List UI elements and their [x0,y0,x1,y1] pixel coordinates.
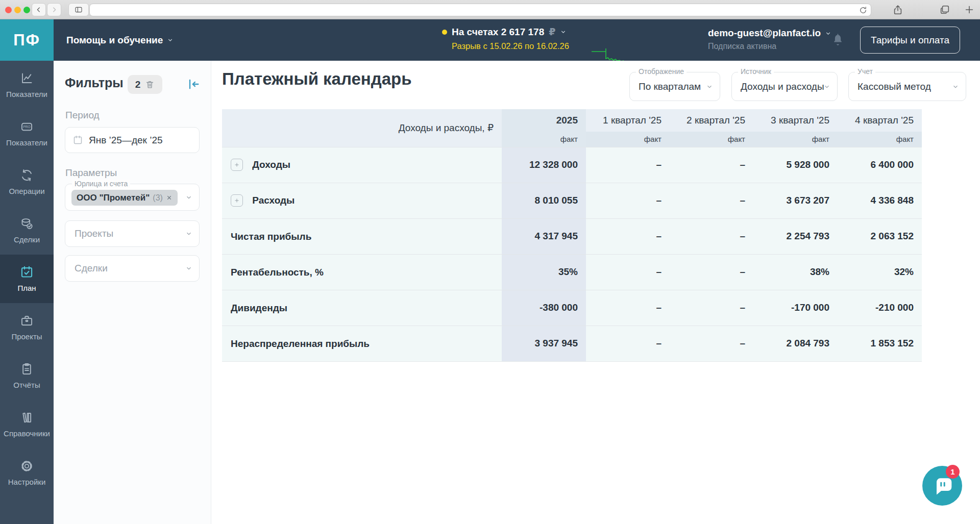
sidebar-icon [75,6,83,14]
row-label: Дивиденды [231,302,287,313]
accounting-method-label: Учет [855,67,875,76]
cell-q3-fact: 2 254 793 [753,218,838,254]
column-header-q1: 1 квартал '25 [586,109,670,132]
display-mode-select[interactable]: Отображение По кварталам [629,72,720,101]
cash-gap-warning: Разрыв с 15.02.26 по 16.02.26 [452,41,569,51]
legal-entities-select[interactable]: Юрлица и счета ООО "Прометей" (3) [65,184,200,211]
cell-year-fact: 8 010 055 [502,183,586,218]
column-header-year: 2025 [502,109,586,132]
deals-select[interactable]: Сделки [65,255,200,282]
source-select[interactable]: Источник Доходы и расходы [731,72,838,101]
planfact-app: ПФ Помощь и обучение На счетах 2 617 178… [0,0,980,524]
legal-entity-chip[interactable]: ООО "Прометей" (3) [71,190,178,206]
tariffs-button[interactable]: Тарифы и оплата [860,27,960,54]
sidebar-item-operations[interactable]: Операции [0,158,54,206]
expand-row-button[interactable] [231,159,243,171]
cell-year-fact: 35% [502,254,586,290]
sidebar-item-directories[interactable]: Справочники [0,400,54,448]
row-label: Рентабельность, % [231,266,324,277]
display-mode-value: По кварталам [639,81,701,92]
app-header: ПФ Помощь и обучение На счетах 2 617 178… [0,19,980,61]
cell-q1-fact: – [586,290,670,326]
reload-icon [859,6,868,15]
clipboard-icon [20,362,34,376]
cell-q3-fact: -170 000 [753,290,838,326]
tab-overview-button[interactable] [939,4,950,15]
cell-q2-fact: – [670,326,753,361]
cell-q1-fact: – [586,218,670,254]
cell-q4-fact: -210 000 [838,290,922,326]
table-row: Расходы 8 010 055 – – 3 673 207 4 336 84… [222,183,922,218]
notifications-button[interactable] [831,33,845,47]
sidebar-toggle-button[interactable] [68,3,89,16]
reload-button[interactable] [859,6,868,15]
remove-chip-icon[interactable] [166,194,173,201]
accounting-method-select[interactable]: Учет Кассовый метод [848,72,966,101]
new-tab-button[interactable] [964,4,975,15]
forward-button[interactable] [47,3,61,16]
user-account-menu[interactable]: demo-guest@planfact.io Подписка активна [708,28,831,51]
table-row: Дивиденды -380 000 – – -170 000 -210 000 [222,290,922,326]
projects-placeholder: Проекты [75,228,113,239]
collapse-panel-button[interactable] [186,77,201,91]
legal-entity-chip-text: ООО "Прометей" [77,193,150,203]
sidebar-item-plan[interactable]: План [0,255,54,303]
calendar-check-icon [20,265,34,279]
cell-q3-fact: 5 928 000 [753,147,838,183]
share-button[interactable] [892,4,903,15]
ruble-sign: ₽ [549,26,555,38]
chevron-down-icon [185,230,192,237]
plus-icon [234,162,240,168]
cell-q3-fact: 38% [753,254,838,290]
planfact-logo[interactable]: ПФ [0,19,54,61]
column-header-q3: 3 квартал '25 [753,109,838,132]
cell-q2-fact: – [670,147,753,183]
main-content: Платежный календарь Отображение По кварт… [211,61,980,524]
sidebar-item-projects[interactable]: Проекты [0,303,54,352]
cell-year-fact: 3 937 945 [502,326,586,361]
cell-year-fact: -380 000 [502,290,586,326]
sidebar-item-settings[interactable]: Настройки [0,448,54,497]
display-mode-label: Отображение [636,67,687,76]
cell-q1-fact: – [586,254,670,290]
clear-filters-button[interactable]: 2 [128,75,162,94]
collapse-left-icon [186,77,201,91]
trash-icon[interactable] [145,80,155,89]
cell-year-fact: 12 328 000 [502,147,586,183]
traffic-light-zoom-icon[interactable] [23,7,30,13]
expand-row-button[interactable] [231,194,243,207]
subheader-fact: факт [502,132,586,147]
cell-q2-fact: – [670,290,753,326]
calendar-icon [72,135,83,145]
database-check-icon [20,217,34,231]
accounts-balance[interactable]: На счетах 2 617 178 ₽ Разрыв с 15.02.26 … [442,26,569,51]
period-label: Период [65,110,100,121]
bell-icon [831,33,845,46]
cell-q3-fact: 2 084 793 [753,326,838,361]
cell-q1-fact: – [586,147,670,183]
legal-entity-chip-count: (3) [153,193,163,203]
sidebar-item-indicators-pro[interactable]: PRO Показатели [0,109,54,158]
parameters-label: Параметры [65,167,117,179]
gear-icon [20,459,34,473]
projects-select[interactable]: Проекты [65,220,200,247]
traffic-light-close-icon[interactable] [5,7,12,13]
cell-year-fact: 4 317 945 [502,218,586,254]
column-header-q4: 4 квартал '25 [838,109,922,132]
help-menu[interactable]: Помощь и обучение [66,19,174,61]
sidebar-item-deals[interactable]: Сделки [0,206,54,255]
url-field[interactable] [89,4,871,16]
line-chart-icon [20,71,34,85]
period-input[interactable]: Янв ’25—дек ’25 [65,127,200,153]
traffic-light-minimize-icon[interactable] [14,7,21,13]
subscription-status: Подписка активна [708,42,831,51]
browser-toolbar [0,0,980,19]
sidebar-item-reports[interactable]: Отчёты [0,352,54,400]
table-body: Доходы 12 328 000 – – 5 928 000 6 400 00… [222,147,922,361]
sidebar-item-indicators[interactable]: Показатели [0,61,54,109]
subheader-fact: факт [753,132,838,147]
cell-q4-fact: 4 336 848 [838,183,922,218]
back-button[interactable] [32,3,46,16]
table-row: Чистая прибыль 4 317 945 – – 2 254 793 2… [222,218,922,254]
chat-widget-button[interactable]: 1 [922,466,962,506]
